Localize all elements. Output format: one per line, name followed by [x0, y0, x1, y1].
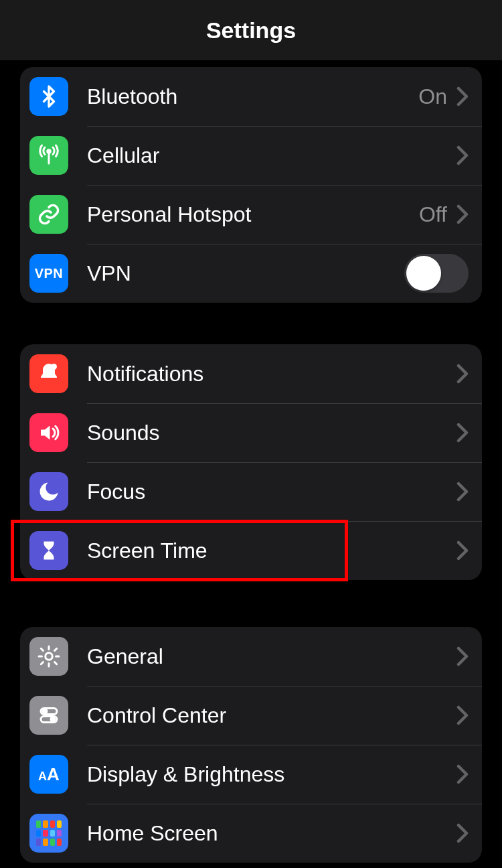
row-bluetooth[interactable]: Bluetooth On: [20, 67, 482, 126]
chevron-right-icon: [456, 423, 469, 443]
row-cellular[interactable]: Cellular: [20, 126, 482, 185]
settings-group-system: General Control Center AA Display & Brig…: [20, 627, 482, 863]
row-label: Home Screen: [87, 821, 456, 846]
row-label: VPN: [87, 261, 404, 286]
divider: [87, 521, 482, 522]
row-general[interactable]: General: [20, 627, 482, 686]
chevron-right-icon: [456, 482, 469, 502]
chevron-right-icon: [456, 540, 469, 561]
row-label: Control Center: [87, 703, 456, 728]
settings-group-alerts: Notifications Sounds Focus: [20, 344, 482, 580]
speaker-icon: [29, 413, 68, 452]
chevron-right-icon: [456, 823, 469, 843]
svg-point-6: [51, 717, 55, 721]
svg-point-2: [46, 653, 53, 660]
svg-point-0: [48, 150, 51, 153]
cellular-antenna-icon: [29, 136, 68, 175]
link-icon: [29, 195, 68, 234]
chevron-right-icon: [456, 764, 469, 784]
divider: [87, 126, 482, 127]
switches-icon: [29, 696, 68, 735]
gear-icon: [29, 637, 68, 676]
row-label: Screen Time: [87, 538, 456, 563]
row-display[interactable]: AA Display & Brightness: [20, 745, 482, 804]
row-screentime[interactable]: Screen Time: [20, 521, 482, 580]
row-label: General: [87, 644, 456, 669]
divider: [87, 185, 482, 186]
row-label: Focus: [87, 480, 456, 504]
row-notifications[interactable]: Notifications: [20, 344, 482, 403]
row-value: Off: [419, 202, 447, 227]
bell-icon: [29, 354, 68, 393]
divider: [87, 745, 482, 745]
settings-content: Bluetooth On Cellular Personal Hotspot O…: [0, 67, 502, 863]
text-aa-icon: AA: [29, 755, 68, 794]
vpn-toggle[interactable]: [404, 254, 469, 293]
row-label: Display & Brightness: [87, 762, 456, 787]
svg-point-1: [51, 364, 57, 370]
row-focus[interactable]: Focus: [20, 462, 482, 521]
moon-icon: [29, 472, 68, 511]
chevron-right-icon: [456, 364, 469, 384]
svg-point-4: [43, 709, 47, 713]
chevron-right-icon: [456, 204, 469, 224]
bluetooth-icon: [29, 77, 68, 116]
settings-header: Settings: [0, 0, 502, 60]
row-label: Bluetooth: [87, 84, 418, 109]
row-controlcenter[interactable]: Control Center: [20, 686, 482, 745]
chevron-right-icon: [456, 86, 469, 106]
row-label: Cellular: [87, 143, 456, 168]
row-label: Personal Hotspot: [87, 202, 419, 227]
row-label: Notifications: [87, 362, 456, 386]
row-sounds[interactable]: Sounds: [20, 403, 482, 462]
row-homescreen[interactable]: Home Screen: [20, 804, 482, 863]
chevron-right-icon: [456, 705, 469, 725]
chevron-right-icon: [456, 646, 469, 666]
app-grid-icon: [29, 814, 68, 853]
row-hotspot[interactable]: Personal Hotspot Off: [20, 185, 482, 244]
hourglass-icon: [29, 531, 68, 570]
divider: [87, 804, 482, 804]
toggle-knob: [406, 256, 441, 291]
divider: [87, 686, 482, 686]
row-value: On: [418, 84, 447, 109]
divider: [87, 244, 482, 244]
divider: [87, 403, 482, 404]
row-vpn[interactable]: VPN VPN: [20, 244, 482, 303]
page-title: Settings: [206, 17, 296, 44]
settings-group-connectivity: Bluetooth On Cellular Personal Hotspot O…: [20, 67, 482, 303]
divider: [87, 462, 482, 463]
row-label: Sounds: [87, 421, 456, 445]
chevron-right-icon: [456, 145, 469, 165]
vpn-text-icon: VPN: [29, 254, 68, 293]
